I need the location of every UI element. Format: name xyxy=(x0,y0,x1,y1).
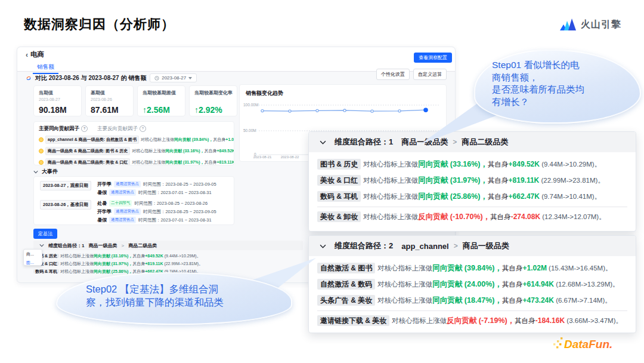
dimension-tag: 邀请链接下载 & 美妆 xyxy=(317,315,389,326)
custom-calc-button[interactable]: 自定义运算 xyxy=(413,69,447,80)
event-tag: 通用运营热点 xyxy=(109,189,136,196)
contribution-row: 美妆 & 卸妆对核心指标上涨做反向贡献 (-10.70%)，其自身-274.08… xyxy=(317,209,627,225)
tab-positive-factors[interactable]: 主要同向贡献因子? xyxy=(39,125,88,133)
metric-card-current: 当期值 2023-08-27 90.18M xyxy=(33,85,82,116)
range-value: (15.43M->16.45M)。 xyxy=(549,264,612,272)
x-tick: 2023-08-22 xyxy=(281,155,299,159)
contribution-row: 邀请链接下载 & 美妆对核心指标上涨做反向贡献 (-7.19%)，其自身-184… xyxy=(317,313,627,329)
event-entry: 处暑二十四节气时间范围：2023-08-25 ~ 2023-08-26 xyxy=(97,200,216,207)
contribution-row: 图书 & 历史 对核心指标上涨做同向贡献 (33.16%)，其自身+849.52… xyxy=(33,253,203,259)
datafun-logo: DataFun. xyxy=(552,336,628,355)
dimension-tag: 商品一级品类 & 商品二级品类: 图书 & 历史 xyxy=(45,147,130,155)
back-button[interactable]: ‹ 电商 xyxy=(26,50,44,59)
back-icon: ‹ xyxy=(26,51,28,59)
dimension-tag: 美妆 & 卸妆 xyxy=(317,211,361,222)
factor-item: 商品一级品类 & 商品二级品类: 美妆 & 口红 对核心指标上涨做同向贡献 (3… xyxy=(39,158,229,165)
contribution-row: 美妆 & 口红对核心指标上涨做同向贡献 (31.97%)，其自身+819.11K… xyxy=(317,173,627,189)
mini-path-header[interactable]: 维度组合路径：1 商品一级品类 > 商品二级品类 xyxy=(33,241,303,250)
contribution-value: 同向贡献 (33.16%)， xyxy=(418,160,488,168)
dimension-dropdown[interactable]: 商... 图... xyxy=(23,249,42,266)
chevron-down-icon xyxy=(188,77,192,79)
delta-value: +614.94K xyxy=(523,280,554,288)
dimension-tag: 头条广告 & 美妆 xyxy=(317,295,375,306)
clock-icon xyxy=(154,76,159,81)
footer-brand-text: DataFun. xyxy=(564,338,612,350)
step2-bubble: Step02 【定基法】多维组合洞 察，找到销量下降的渠道和品类 xyxy=(56,272,292,325)
range-value: (22.99M->23.81M)。 xyxy=(541,177,604,184)
panel-title: 维度组合路径：2 xyxy=(335,241,393,251)
bulb-icon xyxy=(39,149,44,153)
card-sub: 2023-08-27 xyxy=(39,97,76,103)
dimension-tag: 美妆 & 口红 xyxy=(317,175,361,186)
event-entry: 开学季通用运营热点时间范围：2023-08-25 ~ 2023-09-05 xyxy=(97,208,216,215)
range-value: (6.67M->7.14M)。 xyxy=(556,297,612,304)
events-section-header[interactable]: 大事件 xyxy=(33,168,58,176)
card-sub xyxy=(143,97,180,103)
divider xyxy=(317,207,627,207)
personalize-button[interactable]: 个性化设置 xyxy=(376,69,410,80)
factor-tabs: 主要同向贡献因子? 主要反向贡献因子? xyxy=(39,125,229,133)
delta-value: +819.11K xyxy=(509,176,540,184)
compare-row: 对比 2023-08-26 与 2023-08-27 的 销售额 2023-08… xyxy=(26,73,197,82)
compare-text: 对比 2023-08-26 与 2023-08-27 的 销售额 xyxy=(35,74,146,82)
event-tag: 通用运营热点 xyxy=(114,181,141,187)
events-title: 大事件 xyxy=(42,168,58,176)
event-entry: 暑假通用运营热点时间范围：2023-07-01 ~ 2023-08-31 xyxy=(97,217,216,223)
back-label: 电商 xyxy=(30,50,44,59)
tab-negative-factors[interactable]: 主要反向贡献因子? xyxy=(97,125,146,133)
path-panel-2: 维度组合路径：2 app_channel>商品一级品类 自然激活 & 图书对核心… xyxy=(308,235,636,333)
card-value: 90.18M xyxy=(39,105,76,115)
dimension-tag: 自然激活 & 图书 xyxy=(317,263,375,273)
card-label: 基期值 xyxy=(91,90,128,96)
events-box: 2023-08-27，观察日期 开学季通用运营热点时间范围：2023-08-25… xyxy=(33,176,234,225)
help-icon: ? xyxy=(81,125,88,132)
factor-item: app_channel & 商品一级品类: 自然激活 & 图书 对核心指标上涨做… xyxy=(39,136,229,144)
mountain-icon xyxy=(559,18,577,31)
delta-value: +1.02M xyxy=(523,264,547,272)
contribution-value: 同向贡献 (39.84%)， xyxy=(432,264,502,272)
contribution-row: 头条广告 & 美妆对核心指标上涨做同向贡献 (18.47%)，其自身+473.2… xyxy=(317,293,627,309)
contribution-value: 反向贡献 (-10.70%)， xyxy=(418,213,490,221)
contribution-value: 同向贡献 (25.86%)， xyxy=(418,192,488,201)
event-date-chip: 2023-08-27，观察日期 xyxy=(40,181,91,190)
range-value: (3.66M->3.47M)。 xyxy=(566,317,623,324)
view-insight-config-button[interactable]: 查看洞察配置 xyxy=(414,53,452,63)
range-value: (9.44M->10.29M)。 xyxy=(541,161,601,168)
event-row: 2023-08-26，基准日期 处暑二十四节气时间范围：2023-08-25 ~… xyxy=(40,200,228,223)
menu-item[interactable]: 商... xyxy=(26,251,39,257)
y-tick: 100.00M xyxy=(243,103,258,107)
fixed-base-button[interactable]: 定基法 xyxy=(33,229,57,239)
dimension-tag: 商品一级品类 & 商品二级品类: 美妆 & 口红 xyxy=(45,158,130,165)
slide: 数据洞察归因（分析师） 火山引擎 ‹ 电商 查看洞察配置 销售额 对比 2023… xyxy=(0,0,644,363)
path-separator: > xyxy=(121,243,124,248)
delta-value: +473.24K xyxy=(523,296,554,304)
path-separator: > xyxy=(454,242,458,250)
panel-title: 维度组合路径：1 xyxy=(335,137,393,147)
event-row: 2023-08-27，观察日期 开学季通用运营热点时间范围：2023-08-25… xyxy=(40,181,228,196)
menu-item[interactable]: 图... xyxy=(26,260,39,266)
date-picker[interactable]: 2023-08-27 xyxy=(150,73,197,82)
contribution-row: 图书 & 历史对核心指标上涨做同向贡献 (33.16%)，其自身+849.52K… xyxy=(317,156,627,173)
brand-name: 火山引擎 xyxy=(581,19,621,31)
factor-item: 商品一级品类 & 商品二级品类: 图书 & 历史 对核心指标上涨做同向贡献 (3… xyxy=(39,147,229,155)
delta-value: +662.47K xyxy=(509,192,540,201)
y-tick: 50.00M xyxy=(243,128,256,133)
step1-bubble: Step01 看似增长的电 商销售额， 是否意味着所有品类均 有增长？ xyxy=(474,50,641,124)
contribution-row: 数码 & 耳机对核心指标上涨做同向贡献 (25.86%)，其自身+662.47K… xyxy=(317,189,627,205)
contribution-factors-box: 主要同向贡献因子? 主要反向贡献因子? app_channel & 商品一级品类… xyxy=(33,121,234,165)
event-tag: 通用运营热点 xyxy=(114,208,141,215)
metric-cards: 当期值 2023-08-27 90.18M 基期值 2023-08-26 87.… xyxy=(33,85,237,116)
card-label: 当期值 xyxy=(39,90,76,96)
compare-refresh-icon xyxy=(26,75,32,81)
tab-sales[interactable]: 销售额 xyxy=(33,62,58,74)
toolbar-buttons: 个性化设置 自定义运算 xyxy=(376,69,447,80)
contribution-row: 自然激活 & 图书对核心指标上涨做同向贡献 (39.84%)，其自身+1.02M… xyxy=(317,260,627,276)
card-value: ↑2.92% xyxy=(194,105,232,115)
delta-value: -274.08K xyxy=(511,213,540,221)
card-sub xyxy=(194,97,232,103)
event-tag: 通用运营热点 xyxy=(109,217,136,223)
card-value: 87.61M xyxy=(91,105,128,115)
range-value: (9.74M->10.41M)。 xyxy=(541,193,601,200)
contribution-value: 反向贡献 (-7.19%)， xyxy=(447,316,515,325)
panel-header[interactable]: 维度组合路径：2 app_channel>商品一级品类 xyxy=(309,236,636,256)
